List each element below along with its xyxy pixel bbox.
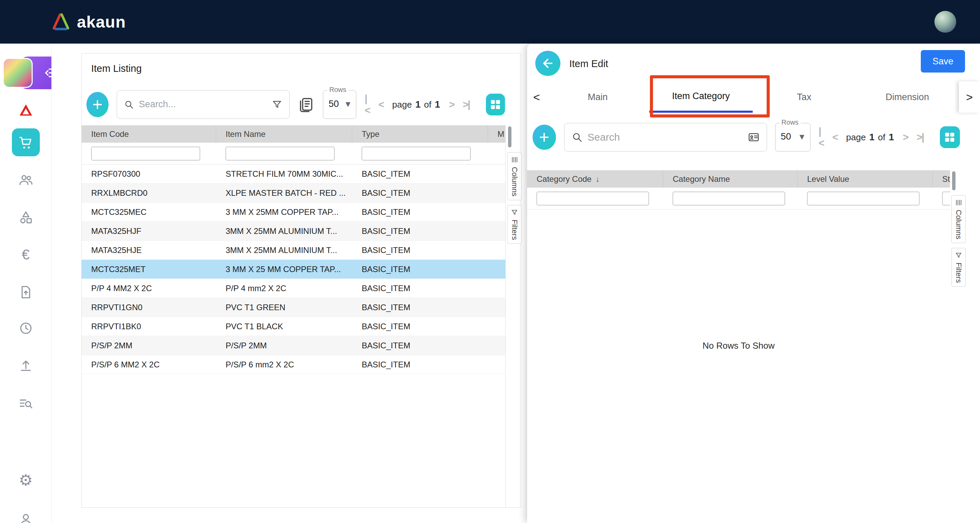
item-listing-panel: Item Listing + Rows 50 ▼ [81,53,521,508]
item-listing-rows: RPSF070300 STRETCH FILM 70MM 30MIC... BA… [82,164,505,374]
arrow-back-icon [541,56,555,70]
person-icon [18,512,33,523]
tab-item-category[interactable]: Item Category [649,81,752,113]
sidebar-item-history[interactable] [18,320,34,336]
add-category-button[interactable]: + [533,124,556,150]
rows-per-page-select[interactable]: Rows 50 ▼ [775,123,811,151]
filter-type-input[interactable] [362,147,471,160]
user-avatar[interactable] [934,11,956,33]
category-icon [18,210,33,225]
app-thumbnail[interactable] [3,58,33,88]
sort-desc-icon[interactable]: ↓ [595,174,600,184]
search-icon [124,99,134,110]
next-page-button[interactable]: > [449,99,454,110]
filter-funnel-icon[interactable] [272,99,282,110]
item-search-input[interactable] [139,99,267,110]
last-page-button[interactable]: >| [463,99,469,110]
sidebar-item-pos-active[interactable] [12,128,40,156]
table-row[interactable]: RRPVTI1BK0 PVC T1 BLACK BASIC_ITEM [82,317,505,336]
table-row[interactable]: RRPVTI1GN0 PVC T1 GREEN BASIC_ITEM [82,298,505,317]
card-view-icon[interactable] [748,131,760,144]
add-item-button[interactable]: + [86,92,108,117]
column-header-category-name[interactable]: Category Name [663,170,798,188]
filters-side-tab[interactable]: Filters [508,205,522,244]
table-row[interactable]: P/S/P 6 MM2 X 2C P/S/P 6 mm2 X 2C BASIC_… [82,355,505,374]
first-page-button[interactable]: |< [364,93,369,116]
columns-tab-label: Columns [954,210,963,239]
column-header-item-code[interactable]: Item Code [82,125,216,143]
adobe-acrobat-icon [18,102,33,118]
search-list-icon [18,395,33,411]
next-page-button[interactable]: > [903,131,908,143]
filters-icon [511,209,518,216]
filter-item-code-input[interactable] [91,147,200,160]
sidebar-item-contacts[interactable] [18,172,34,188]
sidebar-item-category[interactable] [18,209,34,226]
table-row[interactable]: P/S/P 2MM P/S/P 2MM BASIC_ITEM [82,336,505,355]
table-row[interactable]: MATA325HJF 3MM X 25MM ALUMINIUM T... BAS… [82,222,505,241]
column-header-level-value[interactable]: Level Value [798,170,933,188]
rows-value: 50 [329,99,339,109]
item-edit-tabbar: < Main Item Category Tax Dimension > [527,81,980,113]
tab-tax[interactable]: Tax [753,81,856,113]
back-button[interactable] [535,51,560,76]
table-row[interactable]: MATA325HJE 3MM X 25MM ALUMINIUM T... BAS… [82,241,505,260]
vertical-scrollbar[interactable] [508,126,511,147]
search-icon [571,131,583,143]
prev-page-button[interactable]: < [832,131,837,143]
brand[interactable]: akaun [51,13,126,31]
sidebar-item-finance[interactable]: € [18,247,34,263]
filters-side-tab[interactable]: Filters [951,248,966,287]
tabs-scroll-left-icon[interactable]: < [527,91,546,104]
sidebar-item-file-import[interactable] [18,284,34,300]
filter-level-value-input[interactable] [807,192,920,205]
category-table-filter-row [527,188,950,209]
columns-side-tab[interactable]: Columns [951,195,966,243]
column-header-category-code[interactable]: Category Code ↓ [527,170,663,188]
columns-side-tab[interactable]: Columns [508,152,522,200]
column-header-item-name[interactable]: Item Name [216,125,352,143]
table-row[interactable]: RPSF070300 STRETCH FILM 70MM 30MIC... BA… [82,164,505,183]
filter-item-name-input[interactable] [226,147,334,160]
rows-value: 50 [781,131,791,142]
table-row[interactable]: P/P 4 MM2 X 2C P/P 4 mm2 X 2C BASIC_ITEM [82,279,505,298]
tab-dimension[interactable]: Dimension [856,81,959,113]
filter-category-name-input[interactable] [673,192,785,205]
category-search-box [564,123,767,151]
vertical-scrollbar[interactable] [952,171,956,190]
euro-icon: € [22,247,30,263]
prev-page-button[interactable]: < [379,99,383,110]
brand-name: akaun [77,13,126,31]
tabs-scroll-right-icon[interactable]: > [959,81,980,113]
item-listing-toolbar: + Rows 50 ▼ |< [86,88,505,121]
save-button[interactable]: Save [921,50,965,73]
first-page-button[interactable]: |< [819,126,824,149]
sidebar-item-pdf[interactable] [18,102,34,118]
filter-st-input[interactable] [942,192,950,205]
menu-open-icon [43,65,52,80]
category-search-input[interactable] [588,131,743,143]
last-page-button[interactable]: >| [917,131,924,143]
column-header-m[interactable]: M [488,125,505,143]
sidebar-item-upload[interactable] [18,357,34,374]
item-search-box [117,90,290,119]
sidebar-item-profile[interactable] [18,511,34,523]
rows-per-page-select[interactable]: Rows 50 ▼ [323,90,356,119]
grid-view-button[interactable] [486,94,505,115]
table-row[interactable]: MCTC325MET 3 MM X 25 MM COPPER TAP... BA… [82,260,505,279]
upload-icon [18,358,33,373]
table-row[interactable]: MCTC325MEC 3 MM X 25MM COPPER TAP... BAS… [82,203,505,222]
item-edit-panel: Item Edit Save < Main Item Category Tax … [527,44,980,523]
column-header-type[interactable]: Type [352,125,488,143]
apps-grid-icon [488,98,502,112]
tab-main[interactable]: Main [546,81,649,113]
detail-view-icon[interactable] [298,95,314,114]
grid-view-button[interactable] [940,126,960,148]
item-edit-side-tabs: Columns Filters [951,171,966,292]
filter-category-code-input[interactable] [537,192,649,205]
pagination: |< < page 1 of 1 > >| [819,126,924,149]
table-row[interactable]: RRXLMBCRD0 XLPE MASTER BATCH - RED ... B… [82,183,505,203]
column-header-st[interactable]: St [933,170,950,188]
sidebar-item-audit-search[interactable] [18,395,34,411]
sidebar-item-settings[interactable]: ⚙ [18,472,34,488]
